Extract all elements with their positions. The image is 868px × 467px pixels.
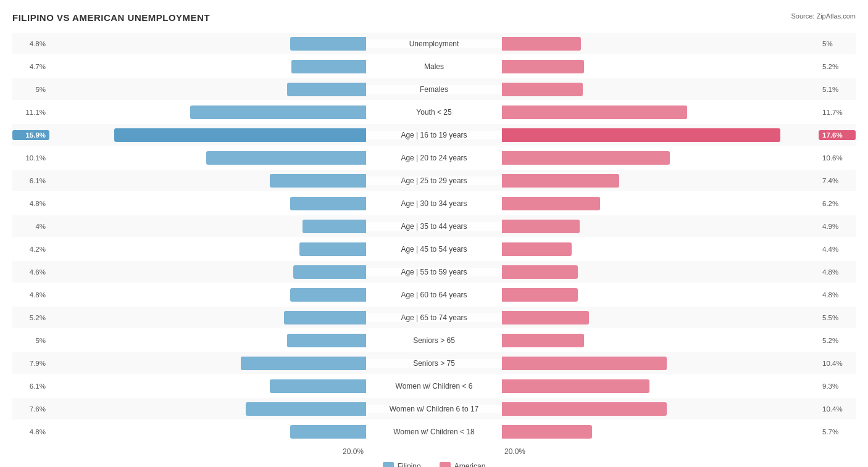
category-label: Females [366,85,502,94]
american-bar [502,197,600,210]
american-bar [502,379,649,393]
filipino-value: 5% [12,86,49,93]
filipino-bar [293,265,366,279]
filipino-value: 5% [12,337,49,344]
american-bar [502,37,581,51]
chart-area: 4.8% Unemployment 5% 4.7% Males [12,33,856,442]
right-bar-container [502,311,819,324]
left-bar-container [49,151,366,165]
bars-area: 4.8% Women w/ Children < 18 5.7% [12,421,856,442]
legend-label-american: American [454,462,486,467]
american-value: 4.8% [819,291,856,299]
bars-area: 4.6% Age | 55 to 59 years 4.8% [12,261,856,283]
category-label: Seniors > 65 [366,336,502,345]
bars-area: 7.6% Women w/ Children 6 to 17 10.4% [12,398,856,419]
right-bar-container [502,174,819,188]
left-bar-container [49,334,366,347]
left-bar-container [49,83,366,96]
right-bar-container [502,265,819,279]
chart-row: 6.1% Age | 25 to 29 years 7.4% [12,170,856,191]
left-bar-container [49,425,366,439]
filipino-bar [246,402,366,416]
american-bar [502,402,667,416]
left-bar-container [49,128,366,142]
american-bar [502,334,584,347]
chart-row: 4.2% Age | 45 to 54 years 4.4% [12,238,856,260]
filipino-bar [241,357,366,370]
bars-area: 4.7% Males 5.2% [12,56,856,77]
american-value: 4.8% [819,268,856,276]
filipino-bar [290,288,366,302]
filipino-value: 4.2% [12,246,49,253]
american-bar [502,220,580,233]
filipino-value: 6.1% [12,177,49,184]
bars-area: 5.2% Age | 65 to 74 years 5.5% [12,307,856,328]
bars-area: 4% Age | 35 to 44 years 4.9% [12,215,856,237]
filipino-bar [290,37,366,51]
chart-row: 5% Females 5.1% [12,78,856,100]
american-bar [502,151,670,165]
right-bar-container [502,379,819,393]
left-bar-container [49,220,366,233]
bars-area: 4.8% Age | 30 to 34 years 6.2% [12,192,856,214]
right-bar-container [502,242,819,256]
left-bar-container [49,265,366,279]
right-bar-container [502,37,819,51]
american-bar [502,311,589,324]
legend-box-american [440,462,451,467]
filipino-bar [270,174,366,188]
bars-area: 5% Seniors > 65 5.2% [12,329,856,351]
bars-area: 10.1% Age | 20 to 24 years 10.6% [12,147,856,168]
left-bar-container [49,288,366,302]
chart-row: 7.6% Women w/ Children 6 to 17 10.4% [12,398,856,419]
american-value: 10.4% [819,360,856,367]
chart-source: Source: ZipAtlas.com [791,12,856,20]
filipino-value: 10.1% [12,154,49,162]
american-bar [502,83,583,96]
filipino-value: 4.8% [12,200,49,207]
filipino-bar [284,311,366,324]
american-bar [502,288,578,302]
category-label: Age | 45 to 54 years [366,245,502,254]
filipino-value: 7.9% [12,360,49,367]
legend-item-filipino: Filipino [383,462,421,467]
filipino-bar [290,197,366,210]
american-value: 5.5% [819,314,856,321]
filipino-bar [114,128,366,142]
filipino-bar [287,83,366,96]
left-bar-container [49,379,366,393]
american-value: 5.7% [819,428,856,436]
chart-row: 4% Age | 35 to 44 years 4.9% [12,215,856,237]
american-value: 5.2% [819,337,856,344]
right-bar-container [502,334,819,347]
legend-label-filipino: Filipino [398,462,421,467]
chart-row: 4.8% Age | 60 to 64 years 4.8% [12,284,856,305]
filipino-value: 5.2% [12,314,49,321]
category-label: Women w/ Children < 18 [366,428,502,436]
chart-row: 4.8% Women w/ Children < 18 5.7% [12,421,856,442]
filipino-value: 6.1% [12,382,49,390]
american-value: 10.4% [819,405,856,413]
left-bar-container [49,37,366,51]
american-value: 17.6% [819,130,856,140]
legend-item-american: American [440,462,486,467]
right-bar-container [502,220,819,233]
filipino-bar [206,151,366,165]
left-bar-container [49,311,366,324]
filipino-value: 7.6% [12,405,49,413]
left-bar-container [49,105,366,119]
category-label: Age | 65 to 74 years [366,313,502,322]
category-label: Age | 30 to 34 years [366,199,502,208]
american-value: 5% [819,40,856,48]
category-label: Women w/ Children 6 to 17 [366,405,502,413]
filipino-bar [291,60,366,73]
chart-title: FILIPINO VS AMERICAN UNEMPLOYMENT [12,12,210,23]
filipino-value: 15.9% [12,130,49,140]
american-value: 4.9% [819,223,856,230]
american-bar [502,60,584,73]
american-bar [502,357,667,370]
category-label: Age | 35 to 44 years [366,222,502,231]
left-bar-container [49,60,366,73]
bars-area: 4.8% Age | 60 to 64 years 4.8% [12,284,856,305]
left-bar-container [49,402,366,416]
